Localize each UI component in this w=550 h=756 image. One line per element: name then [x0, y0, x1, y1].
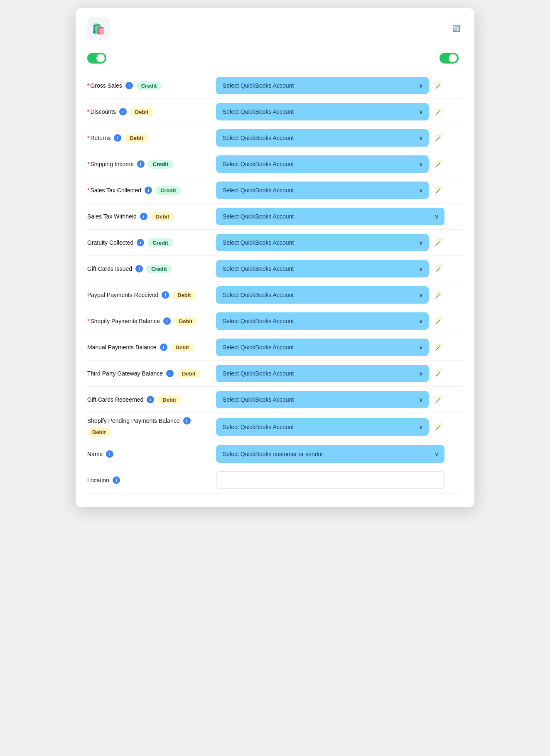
- select-gift-cards-issued[interactable]: Select QuickBooks Account: [216, 260, 429, 277]
- badge-third-party-gateway-balance: Debit: [177, 369, 201, 378]
- wand-icon-gross-sales[interactable]: 🪄: [433, 81, 444, 90]
- select-wrapper-paypal-payments-received: Select QuickBooks Account: [216, 286, 429, 304]
- info-icon-sales-tax-collected[interactable]: i: [145, 187, 152, 194]
- label-shopify-payments-balance: *Shopify Payments Balance: [87, 318, 160, 324]
- wand-icon-paypal-payments-received[interactable]: 🪄: [433, 290, 444, 299]
- info-icon-location[interactable]: i: [113, 476, 120, 484]
- row-gift-cards-issued: Gift Cards IssuediCreditSelect QuickBook…: [87, 256, 463, 282]
- desc-gift-cards-issued: Gift Cards IssuediCredit: [87, 265, 216, 273]
- right-shopify-payments-balance: Select QuickBooks Account🪄: [216, 312, 444, 330]
- right-returns: Select QuickBooks Account🪄: [216, 129, 444, 147]
- on-toggle-group: [87, 53, 110, 64]
- label-gift-cards-issued: Gift Cards Issued: [87, 265, 132, 272]
- row-paypal-payments-received: Paypal Payments ReceivediDebitSelect Qui…: [87, 282, 463, 308]
- wand-icon-gratuity-collected[interactable]: 🪄: [433, 238, 444, 247]
- select-wrapper-shipping-income: Select QuickBooks Account: [216, 155, 429, 173]
- badge-gift-cards-redeemed: Debit: [157, 395, 181, 404]
- select-wrapper-manual-payments-balance: Select QuickBooks Account: [216, 339, 429, 356]
- toggles-row: [76, 45, 474, 68]
- info-icon-gratuity-collected[interactable]: i: [137, 239, 144, 246]
- info-icon-shopify-pending-payments-balance[interactable]: i: [183, 417, 191, 425]
- badge-shopify-payments-balance: Debit: [174, 317, 198, 326]
- select-shopify-pending-payments-balance[interactable]: Select QuickBooks Account: [216, 418, 429, 436]
- info-icon-sales-tax-withheld[interactable]: i: [140, 213, 147, 220]
- select-wrapper-discounts: Select QuickBooks Account: [216, 103, 429, 120]
- row-name: NameiSelect QuickBooks customer or vendo…: [87, 441, 463, 467]
- desc-shopify-pending-payments-balance: Shopify Pending Payments BalanceiDebit: [87, 417, 216, 437]
- wand-icon-discounts[interactable]: 🪄: [433, 107, 444, 116]
- select-manual-payments-balance[interactable]: Select QuickBooks Account: [216, 339, 429, 356]
- input-location[interactable]: [216, 471, 444, 489]
- info-icon-returns[interactable]: i: [114, 134, 121, 142]
- desc-third-party-gateway-balance: Third Party Gateway BalanceiDebit: [87, 369, 216, 378]
- info-icon-name[interactable]: i: [106, 450, 113, 458]
- modal-container: 🛍️ 🔄 *Gross SalesiCreditSelect QuickBook…: [76, 8, 474, 507]
- info-icon-discounts[interactable]: i: [119, 108, 127, 115]
- label-gratuity-collected: Gratuity Collected: [87, 239, 133, 246]
- info-icon-gift-cards-redeemed[interactable]: i: [147, 396, 154, 403]
- label-third-party-gateway-balance: Third Party Gateway Balance: [87, 370, 163, 377]
- wand-icon-manual-payments-balance[interactable]: 🪄: [433, 343, 444, 352]
- row-gross-sales: *Gross SalesiCreditSelect QuickBooks Acc…: [87, 73, 463, 99]
- show-all-toggle[interactable]: [440, 53, 459, 64]
- select-wrapper-sales-tax-collected: Select QuickBooks Account: [216, 182, 429, 199]
- select-name[interactable]: Select QuickBooks customer or vendor: [216, 445, 444, 463]
- select-sales-tax-withheld[interactable]: Select QuickBooks Account: [216, 208, 444, 225]
- right-gift-cards-issued: Select QuickBooks Account🪄: [216, 260, 444, 277]
- badge-sales-tax-collected: Credit: [155, 186, 181, 195]
- select-wrapper-shopify-pending-payments-balance: Select QuickBooks Account: [216, 418, 429, 436]
- select-sales-tax-collected[interactable]: Select QuickBooks Account: [216, 182, 429, 199]
- wand-icon-shopify-pending-payments-balance[interactable]: 🪄: [433, 422, 444, 432]
- select-shipping-income[interactable]: Select QuickBooks Account: [216, 155, 429, 173]
- wand-icon-third-party-gateway-balance[interactable]: 🪄: [433, 369, 444, 378]
- badge-manual-payments-balance: Debit: [171, 343, 194, 352]
- badge-gratuity-collected: Credit: [147, 238, 173, 247]
- wand-icon-gift-cards-issued[interactable]: 🪄: [433, 264, 444, 273]
- refresh-icon: 🔄: [452, 25, 460, 32]
- select-wrapper-third-party-gateway-balance: Select QuickBooks Account: [216, 365, 429, 382]
- wand-icon-sales-tax-collected[interactable]: 🪄: [433, 186, 444, 195]
- select-wrapper-gift-cards-redeemed: Select QuickBooks Account: [216, 391, 429, 408]
- right-location: [216, 471, 444, 489]
- desc-location: Locationi: [87, 476, 216, 484]
- info-icon-third-party-gateway-balance[interactable]: i: [166, 370, 174, 377]
- row-discounts: *DiscountsiDebitSelect QuickBooks Accoun…: [87, 99, 463, 125]
- right-sales-tax-collected: Select QuickBooks Account🪄: [216, 182, 444, 199]
- info-icon-shopify-payments-balance[interactable]: i: [163, 317, 171, 325]
- select-gross-sales[interactable]: Select QuickBooks Account: [216, 77, 429, 94]
- label-discounts: *Discounts: [87, 108, 116, 115]
- desc-name: Namei: [87, 450, 216, 458]
- right-third-party-gateway-balance: Select QuickBooks Account🪄: [216, 365, 444, 382]
- wand-icon-returns[interactable]: 🪄: [433, 133, 444, 142]
- row-manual-payments-balance: Manual Payments BalanceiDebitSelect Quic…: [87, 334, 463, 361]
- label-manual-payments-balance: Manual Payments Balance: [87, 344, 157, 351]
- wand-icon-shopify-payments-balance[interactable]: 🪄: [433, 317, 444, 326]
- on-toggle[interactable]: [87, 53, 106, 64]
- wand-icon-gift-cards-redeemed[interactable]: 🪄: [433, 395, 444, 404]
- info-icon-shipping-income[interactable]: i: [137, 160, 145, 168]
- info-icon-manual-payments-balance[interactable]: i: [160, 344, 167, 351]
- label-sales-tax-withheld: Sales Tax Withheld: [87, 213, 137, 220]
- select-returns[interactable]: Select QuickBooks Account: [216, 129, 429, 147]
- select-third-party-gateway-balance[interactable]: Select QuickBooks Account: [216, 365, 429, 382]
- info-icon-gift-cards-issued[interactable]: i: [135, 265, 143, 272]
- badge-gross-sales: Credit: [136, 81, 162, 90]
- select-gift-cards-redeemed[interactable]: Select QuickBooks Account: [216, 391, 429, 408]
- select-paypal-payments-received[interactable]: Select QuickBooks Account: [216, 286, 429, 304]
- desc-sales-tax-collected: *Sales Tax CollectediCredit: [87, 186, 216, 195]
- refresh-button[interactable]: 🔄: [452, 25, 463, 32]
- row-shipping-income: *Shipping IncomeiCreditSelect QuickBooks…: [87, 151, 463, 177]
- select-shopify-payments-balance[interactable]: Select QuickBooks Account: [216, 312, 429, 330]
- right-sales-tax-withheld: Select QuickBooks Account: [216, 208, 444, 225]
- select-gratuity-collected[interactable]: Select QuickBooks Account: [216, 234, 429, 251]
- wand-icon-shipping-income[interactable]: 🪄: [433, 160, 444, 169]
- select-wrapper-gift-cards-issued: Select QuickBooks Account: [216, 260, 429, 277]
- info-icon-gross-sales[interactable]: i: [125, 82, 133, 89]
- row-shopify-pending-payments-balance: Shopify Pending Payments BalanceiDebitSe…: [87, 413, 463, 441]
- badge-gift-cards-issued: Credit: [146, 265, 172, 273]
- select-discounts[interactable]: Select QuickBooks Account: [216, 103, 429, 120]
- info-icon-paypal-payments-received[interactable]: i: [162, 291, 169, 299]
- desc-gross-sales: *Gross SalesiCredit: [87, 81, 216, 90]
- badge-discounts: Debit: [130, 108, 154, 116]
- show-all-toggle-group: [440, 53, 463, 64]
